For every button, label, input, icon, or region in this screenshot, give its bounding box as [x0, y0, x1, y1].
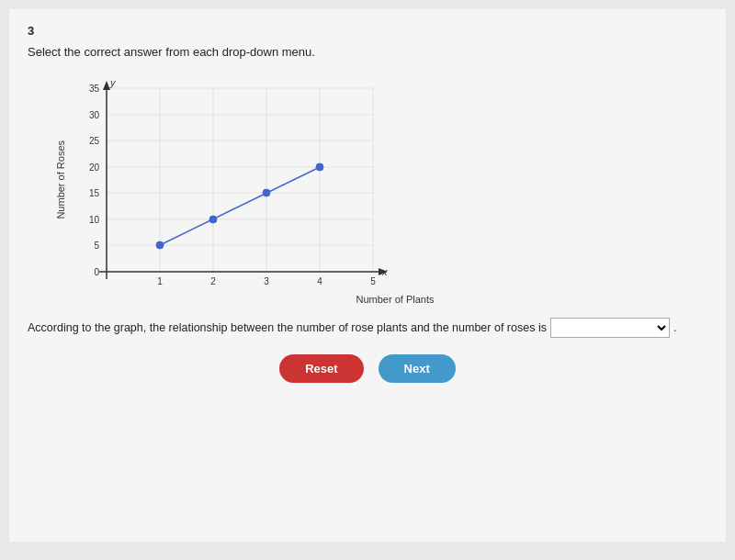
svg-text:15: 15 — [89, 188, 100, 198]
y-axis-label: Number of Roses — [55, 140, 66, 219]
svg-point-34 — [156, 241, 164, 249]
svg-text:35: 35 — [89, 84, 100, 94]
svg-text:3: 3 — [264, 276, 269, 286]
chart-svg: y x 0 5 10 15 20 25 30 35 1 2 3 — [70, 70, 401, 290]
page: 3 Select the correct answer from each dr… — [9, 9, 726, 542]
svg-point-35 — [209, 216, 217, 223]
svg-text:25: 25 — [89, 136, 100, 146]
svg-text:1: 1 — [157, 276, 163, 286]
answer-dropdown-wrapper[interactable]: proportional not proportional — [550, 318, 670, 338]
question-number: 3 — [28, 24, 707, 38]
chart-area: Number of Roses — [55, 70, 707, 290]
svg-text:x: x — [381, 266, 388, 277]
sentence-after: . — [673, 321, 676, 334]
svg-text:4: 4 — [317, 276, 322, 286]
instruction-text: Select the correct answer from each drop… — [28, 45, 707, 59]
svg-text:30: 30 — [89, 110, 100, 120]
answer-select[interactable]: proportional not proportional — [550, 318, 670, 338]
svg-text:5: 5 — [370, 276, 376, 286]
svg-text:10: 10 — [89, 215, 100, 225]
sentence-area: According to the graph, the relationship… — [28, 318, 707, 338]
svg-text:20: 20 — [89, 162, 100, 173]
svg-text:y: y — [109, 77, 117, 88]
sentence-before: According to the graph, the relationship… — [28, 321, 547, 334]
buttons-row: Reset Next — [28, 354, 707, 383]
svg-point-37 — [316, 163, 323, 171]
svg-marker-15 — [103, 81, 110, 90]
svg-point-36 — [263, 189, 270, 196]
svg-line-33 — [160, 167, 320, 245]
svg-text:5: 5 — [94, 241, 99, 251]
next-button[interactable]: Next — [379, 354, 456, 383]
reset-button[interactable]: Reset — [279, 354, 363, 383]
svg-text:2: 2 — [210, 276, 216, 286]
chart-container: y x 0 5 10 15 20 25 30 35 1 2 3 — [70, 70, 401, 290]
x-axis-label: Number of Plants — [83, 294, 707, 305]
svg-text:0: 0 — [94, 267, 99, 277]
